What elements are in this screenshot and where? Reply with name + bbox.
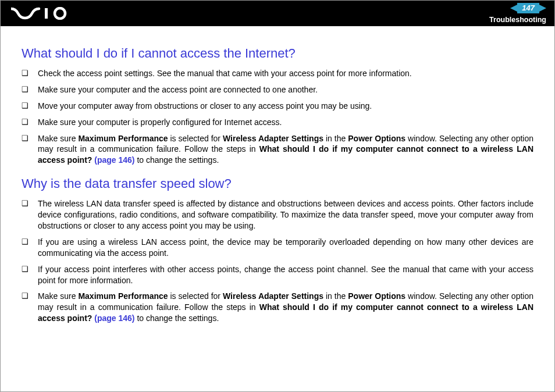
content-area: What should I do if I cannot access the … [1,26,554,324]
heading-transfer-speed-slow: Why is the data transfer speed slow? [22,176,533,191]
text: is selected for [168,291,223,301]
list-item: Check the access point settings. See the… [22,68,533,79]
text: to change the settings. [135,313,219,323]
page-number-badge: 147 [517,3,539,13]
text: Make sure [38,291,78,301]
bold-text: Wireless Adapter Settings [223,134,323,143]
list-item: Make sure Maximum Performance is selecte… [22,291,533,324]
next-page-arrow-icon[interactable] [539,5,546,12]
text: is selected for [168,134,223,143]
text: Make sure [38,134,78,143]
page-link[interactable]: (page 146) [94,313,134,323]
bold-text: Power Options [348,291,405,301]
header-bar: 147 Troubleshooting [1,1,554,26]
page-link[interactable]: (page 146) [94,155,134,165]
list-item: If your access point interferes with oth… [22,264,533,286]
bold-text: Power Options [348,134,405,143]
prev-page-arrow-icon[interactable] [510,5,517,12]
section-label: Troubleshooting [489,16,546,24]
bold-text: Maximum Performance [78,291,168,301]
heading-cannot-access-internet: What should I do if I cannot access the … [22,46,533,61]
svg-point-1 [55,8,65,19]
vaio-logo-svg [11,7,69,20]
bold-text: Maximum Performance [78,134,168,143]
text: to change the settings. [135,155,219,165]
list-internet-access: Check the access point settings. See the… [22,68,533,166]
text: in the [323,134,348,143]
list-transfer-speed: The wireless LAN data transfer speed is … [22,198,533,324]
list-item: Move your computer away from obstruction… [22,101,533,112]
list-item: The wireless LAN data transfer speed is … [22,198,533,231]
list-item: Make sure your computer is properly conf… [22,117,533,128]
text: in the [323,291,348,301]
bold-text: Wireless Adapter Settings [223,291,323,301]
list-item: If you are using a wireless LAN access p… [22,237,533,259]
list-item: Make sure your computer and the access p… [22,84,533,95]
page: 147 Troubleshooting What should I do if … [0,0,555,392]
header-right: 147 Troubleshooting [489,3,546,24]
vaio-logo [11,7,69,20]
svg-rect-0 [45,8,48,19]
list-item: Make sure Maximum Performance is selecte… [22,133,533,166]
page-navigation: 147 [510,3,546,13]
